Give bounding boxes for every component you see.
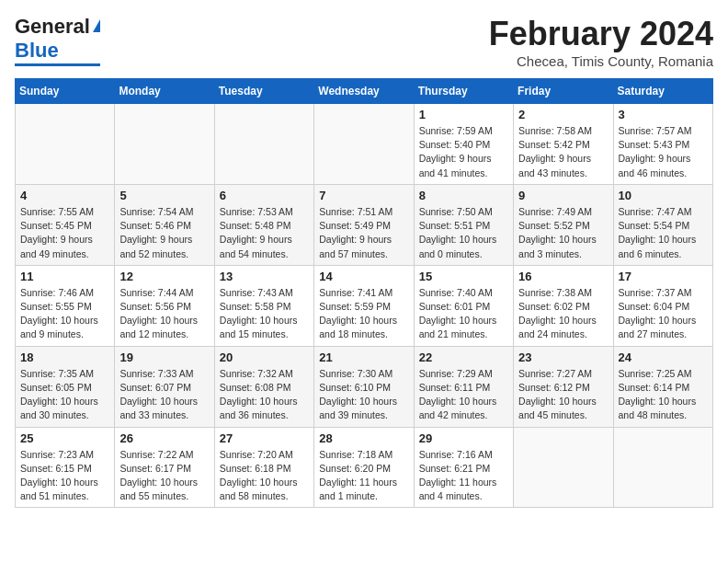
logo-blue-text: Blue bbox=[15, 39, 100, 63]
day-info: Sunrise: 7:44 AM Sunset: 5:56 PM Dayligh… bbox=[119, 286, 209, 342]
subtitle: Checea, Timis County, Romania bbox=[489, 53, 713, 69]
col-header-tuesday: Tuesday bbox=[214, 79, 313, 104]
calendar-cell bbox=[314, 104, 414, 185]
day-number: 12 bbox=[119, 270, 209, 283]
day-number: 11 bbox=[20, 270, 109, 283]
calendar-cell: 20Sunrise: 7:32 AM Sunset: 6:08 PM Dayli… bbox=[214, 346, 313, 427]
day-number: 15 bbox=[419, 270, 508, 283]
page-header: General Blue February 2024 Checea, Timis… bbox=[15, 15, 713, 69]
day-info: Sunrise: 7:54 AM Sunset: 5:46 PM Dayligh… bbox=[119, 205, 209, 261]
day-info: Sunrise: 7:30 AM Sunset: 6:10 PM Dayligh… bbox=[319, 367, 408, 423]
calendar-cell: 8Sunrise: 7:50 AM Sunset: 5:51 PM Daylig… bbox=[414, 184, 513, 265]
day-number: 14 bbox=[319, 270, 408, 283]
calendar-cell: 28Sunrise: 7:18 AM Sunset: 6:20 PM Dayli… bbox=[314, 427, 414, 508]
day-number: 29 bbox=[419, 431, 508, 445]
day-info: Sunrise: 7:20 AM Sunset: 6:18 PM Dayligh… bbox=[220, 448, 309, 504]
day-number: 24 bbox=[619, 350, 708, 364]
calendar-cell: 16Sunrise: 7:38 AM Sunset: 6:02 PM Dayli… bbox=[514, 265, 613, 346]
calendar-cell: 27Sunrise: 7:20 AM Sunset: 6:18 PM Dayli… bbox=[214, 427, 313, 508]
day-info: Sunrise: 7:46 AM Sunset: 5:55 PM Dayligh… bbox=[20, 286, 109, 342]
calendar-cell bbox=[115, 104, 214, 185]
day-info: Sunrise: 7:57 AM Sunset: 5:43 PM Dayligh… bbox=[619, 124, 708, 180]
calendar-cell: 26Sunrise: 7:22 AM Sunset: 6:17 PM Dayli… bbox=[115, 427, 214, 508]
day-info: Sunrise: 7:32 AM Sunset: 6:08 PM Dayligh… bbox=[220, 367, 309, 423]
day-info: Sunrise: 7:49 AM Sunset: 5:52 PM Dayligh… bbox=[518, 205, 608, 261]
calendar-cell: 29Sunrise: 7:16 AM Sunset: 6:21 PM Dayli… bbox=[414, 427, 513, 508]
day-number: 19 bbox=[119, 350, 209, 364]
day-info: Sunrise: 7:53 AM Sunset: 5:48 PM Dayligh… bbox=[220, 205, 309, 261]
logo-underline bbox=[15, 63, 100, 66]
calendar-cell: 7Sunrise: 7:51 AM Sunset: 5:49 PM Daylig… bbox=[314, 184, 414, 265]
day-number: 10 bbox=[619, 189, 708, 202]
calendar-table: SundayMondayTuesdayWednesdayThursdayFrid… bbox=[15, 78, 713, 508]
day-info: Sunrise: 7:25 AM Sunset: 6:14 PM Dayligh… bbox=[619, 367, 708, 423]
day-info: Sunrise: 7:41 AM Sunset: 5:59 PM Dayligh… bbox=[319, 286, 408, 342]
day-info: Sunrise: 7:47 AM Sunset: 5:54 PM Dayligh… bbox=[619, 205, 708, 261]
calendar-cell bbox=[613, 427, 712, 508]
calendar-cell: 19Sunrise: 7:33 AM Sunset: 6:07 PM Dayli… bbox=[115, 346, 214, 427]
day-number: 3 bbox=[619, 108, 708, 121]
calendar-cell: 4Sunrise: 7:55 AM Sunset: 5:45 PM Daylig… bbox=[16, 184, 115, 265]
calendar-cell: 25Sunrise: 7:23 AM Sunset: 6:15 PM Dayli… bbox=[16, 427, 115, 508]
day-info: Sunrise: 7:29 AM Sunset: 6:11 PM Dayligh… bbox=[419, 367, 508, 423]
day-number: 18 bbox=[20, 350, 109, 364]
day-number: 13 bbox=[220, 270, 309, 283]
day-info: Sunrise: 7:27 AM Sunset: 6:12 PM Dayligh… bbox=[518, 367, 608, 423]
day-number: 21 bbox=[319, 350, 408, 364]
day-number: 27 bbox=[220, 431, 309, 445]
day-number: 1 bbox=[419, 108, 508, 121]
day-info: Sunrise: 7:33 AM Sunset: 6:07 PM Dayligh… bbox=[119, 367, 209, 423]
col-header-monday: Monday bbox=[115, 79, 214, 104]
calendar-cell: 13Sunrise: 7:43 AM Sunset: 5:58 PM Dayli… bbox=[214, 265, 313, 346]
logo-general-text: General bbox=[15, 15, 90, 39]
day-info: Sunrise: 7:16 AM Sunset: 6:21 PM Dayligh… bbox=[419, 448, 508, 504]
day-info: Sunrise: 7:18 AM Sunset: 6:20 PM Dayligh… bbox=[319, 448, 408, 504]
calendar-cell: 10Sunrise: 7:47 AM Sunset: 5:54 PM Dayli… bbox=[613, 184, 712, 265]
main-title: February 2024 bbox=[489, 15, 713, 53]
day-info: Sunrise: 7:35 AM Sunset: 6:05 PM Dayligh… bbox=[20, 367, 109, 423]
day-info: Sunrise: 7:38 AM Sunset: 6:02 PM Dayligh… bbox=[518, 286, 608, 342]
calendar-cell: 14Sunrise: 7:41 AM Sunset: 5:59 PM Dayli… bbox=[314, 265, 414, 346]
day-number: 25 bbox=[20, 431, 109, 445]
calendar-cell: 1Sunrise: 7:59 AM Sunset: 5:40 PM Daylig… bbox=[414, 104, 513, 185]
day-number: 22 bbox=[419, 350, 508, 364]
calendar-cell: 3Sunrise: 7:57 AM Sunset: 5:43 PM Daylig… bbox=[613, 104, 712, 185]
col-header-sunday: Sunday bbox=[16, 79, 115, 104]
col-header-wednesday: Wednesday bbox=[314, 79, 414, 104]
day-info: Sunrise: 7:55 AM Sunset: 5:45 PM Dayligh… bbox=[20, 205, 109, 261]
day-info: Sunrise: 7:51 AM Sunset: 5:49 PM Dayligh… bbox=[319, 205, 408, 261]
day-number: 7 bbox=[319, 189, 408, 202]
day-info: Sunrise: 7:50 AM Sunset: 5:51 PM Dayligh… bbox=[419, 205, 508, 261]
day-info: Sunrise: 7:22 AM Sunset: 6:17 PM Dayligh… bbox=[119, 448, 209, 504]
day-number: 16 bbox=[518, 270, 608, 283]
calendar-cell: 23Sunrise: 7:27 AM Sunset: 6:12 PM Dayli… bbox=[514, 346, 613, 427]
day-info: Sunrise: 7:59 AM Sunset: 5:40 PM Dayligh… bbox=[419, 124, 508, 180]
calendar-cell: 24Sunrise: 7:25 AM Sunset: 6:14 PM Dayli… bbox=[613, 346, 712, 427]
day-number: 9 bbox=[518, 189, 608, 202]
calendar-cell: 9Sunrise: 7:49 AM Sunset: 5:52 PM Daylig… bbox=[514, 184, 613, 265]
calendar-cell: 11Sunrise: 7:46 AM Sunset: 5:55 PM Dayli… bbox=[16, 265, 115, 346]
day-number: 28 bbox=[319, 431, 408, 445]
calendar-cell bbox=[16, 104, 115, 185]
col-header-saturday: Saturday bbox=[613, 79, 712, 104]
calendar-cell: 5Sunrise: 7:54 AM Sunset: 5:46 PM Daylig… bbox=[115, 184, 214, 265]
calendar-cell: 18Sunrise: 7:35 AM Sunset: 6:05 PM Dayli… bbox=[16, 346, 115, 427]
day-info: Sunrise: 7:40 AM Sunset: 6:01 PM Dayligh… bbox=[419, 286, 508, 342]
day-number: 17 bbox=[619, 270, 708, 283]
day-info: Sunrise: 7:43 AM Sunset: 5:58 PM Dayligh… bbox=[220, 286, 309, 342]
calendar-cell: 12Sunrise: 7:44 AM Sunset: 5:56 PM Dayli… bbox=[115, 265, 214, 346]
day-number: 6 bbox=[220, 189, 309, 202]
day-number: 26 bbox=[119, 431, 209, 445]
logo: General Blue bbox=[15, 15, 100, 66]
day-number: 20 bbox=[220, 350, 309, 364]
logo-triangle-icon bbox=[93, 19, 100, 32]
day-number: 5 bbox=[119, 189, 209, 202]
calendar-cell: 22Sunrise: 7:29 AM Sunset: 6:11 PM Dayli… bbox=[414, 346, 513, 427]
calendar-cell: 17Sunrise: 7:37 AM Sunset: 6:04 PM Dayli… bbox=[613, 265, 712, 346]
col-header-friday: Friday bbox=[514, 79, 613, 104]
calendar-cell: 21Sunrise: 7:30 AM Sunset: 6:10 PM Dayli… bbox=[314, 346, 414, 427]
day-info: Sunrise: 7:37 AM Sunset: 6:04 PM Dayligh… bbox=[619, 286, 708, 342]
calendar-cell: 15Sunrise: 7:40 AM Sunset: 6:01 PM Dayli… bbox=[414, 265, 513, 346]
col-header-thursday: Thursday bbox=[414, 79, 513, 104]
calendar-cell bbox=[514, 427, 613, 508]
